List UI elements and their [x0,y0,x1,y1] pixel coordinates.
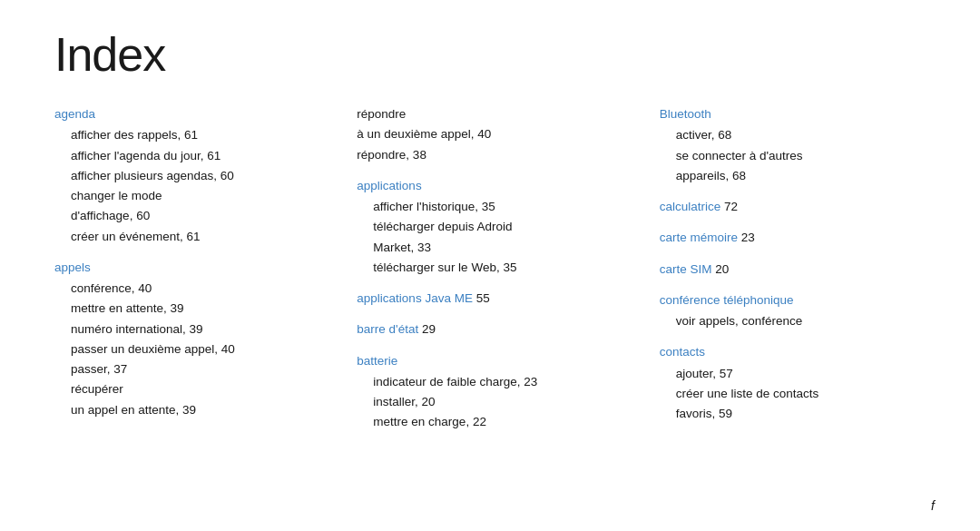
section-2-3: carte SIM 20 [660,260,935,280]
section-1-2: applications Java ME 55 [357,289,632,309]
section-1-1: applicationsafficher l'historique, 35tél… [357,176,632,278]
entry-2-0-2: appareils, 68 [676,166,935,186]
section-1-0: répondreà un deuxième appel, 40répondre,… [357,104,632,165]
section-1-3: barre d'état 29 [357,320,632,339]
entry-1-4-0: indicateur de faible charge, 23 [373,372,632,392]
column-2: Bluetoothactiver, 68se connecter à d'aut… [660,104,935,444]
sub-entries-2-4: voir appels, conférence [660,311,935,331]
section-2-4: conférence téléphoniquevoir appels, conf… [660,290,935,332]
section-0-0: agendaafficher des rappels, 61afficher l… [54,104,329,247]
standalone-page-2-2: 23 [738,231,755,244]
page-title: Index [54,27,935,82]
entry-0-1-4: passer, 37 [71,359,329,379]
entry-1-4-2: mettre en charge, 22 [373,412,632,432]
index-container: agendaafficher des rappels, 61afficher l… [54,104,935,444]
standalone-1-2: applications Java ME 55 [357,289,632,309]
entry-0-1-5: récupérer [71,379,329,399]
entry-2-0-1: se connecter à d'autres [676,146,935,166]
entry-0-1-0: conférence, 40 [71,279,329,299]
entry-1-1-0: afficher l'historique, 35 [373,197,632,217]
entry-0-0-1: afficher l'agenda du jour, 61 [71,146,329,166]
section-1-4: batterieindicateur de faible charge, 23i… [357,351,632,433]
section-title-2-0: Bluetooth [660,104,935,124]
section-title-0-1: appels [54,258,329,278]
entry-0-1-2: numéro international, 39 [71,320,329,339]
entry-0-1-3: passer un deuxième appel, 40 [71,339,329,359]
standalone-page-2-3: 20 [711,262,729,276]
standalone-title-2-3: carte SIM [660,262,712,276]
standalone-2-3: carte SIM 20 [660,260,935,280]
standalone-page-1-2: 55 [473,291,490,305]
section-title-1-4: batterie [357,351,632,371]
standalone-title-2-2: carte mémoire [660,231,738,244]
entry-0-0-4: d'affichage, 60 [71,206,329,226]
section-0-1: appelsconférence, 40mettre en attente, 3… [54,258,329,420]
sub-entries-1-4: indicateur de faible charge, 23installer… [357,372,632,433]
standalone-page-1-3: 29 [418,322,436,336]
footer-letter: f [931,498,935,513]
sub-entries-0-0: afficher des rappels, 61afficher l'agend… [54,125,329,247]
section-2-2: carte mémoire 23 [660,228,935,248]
standalone-page-2-1: 72 [720,200,738,213]
plain-entry-1-0-1: à un deuxième appel, 40 [357,124,632,144]
sub-entries-1-1: afficher l'historique, 35télécharger dep… [357,197,632,278]
entry-2-4-0: voir appels, conférence [676,311,935,331]
section-2-1: calculatrice 72 [660,197,935,217]
entry-2-5-2: favoris, 59 [676,404,935,424]
section-2-5: contactsajouter, 57créer une liste de co… [660,342,935,424]
entry-2-0-0: activer, 68 [676,125,935,145]
standalone-1-3: barre d'état 29 [357,320,632,339]
entry-1-1-1: télécharger depuis Adroid [373,217,632,237]
column-1: répondreà un deuxième appel, 40répondre,… [357,104,632,444]
entry-2-5-1: créer une liste de contacts [676,384,935,404]
entry-0-0-5: créer un événement, 61 [71,227,329,247]
sub-entries-2-5: ajouter, 57créer une liste de contactsfa… [660,364,935,425]
entry-2-5-0: ajouter, 57 [676,364,935,384]
sub-entries-0-1: conférence, 40mettre en attente, 39numér… [54,279,329,420]
entry-0-1-1: mettre en attente, 39 [71,299,329,319]
plain-entry-1-0-0: répondre [357,104,632,124]
section-title-0-0: agenda [54,104,329,124]
standalone-title-1-3: barre d'état [357,322,418,336]
section-title-1-1: applications [357,176,632,196]
plain-entry-1-0-2: répondre, 38 [357,145,632,165]
column-0: agendaafficher des rappels, 61afficher l… [54,104,329,444]
entry-1-1-3: télécharger sur le Web, 35 [373,258,632,278]
section-title-2-4: conférence téléphonique [660,290,935,310]
standalone-title-1-2: applications Java ME [357,291,473,305]
section-title-2-5: contacts [660,342,935,362]
entry-1-4-1: installer, 20 [373,392,632,412]
entry-0-1-6: un appel en attente, 39 [71,400,329,420]
entry-0-0-0: afficher des rappels, 61 [71,125,329,145]
entry-1-1-2: Market, 33 [373,238,632,258]
sub-entries-2-0: activer, 68se connecter à d'autresappare… [660,125,935,186]
standalone-2-2: carte mémoire 23 [660,228,935,248]
standalone-2-1: calculatrice 72 [660,197,935,217]
standalone-title-2-1: calculatrice [660,200,721,213]
section-2-0: Bluetoothactiver, 68se connecter à d'aut… [660,104,935,186]
entry-0-0-3: changer le mode [71,186,329,206]
entry-0-0-2: afficher plusieurs agendas, 60 [71,166,329,186]
